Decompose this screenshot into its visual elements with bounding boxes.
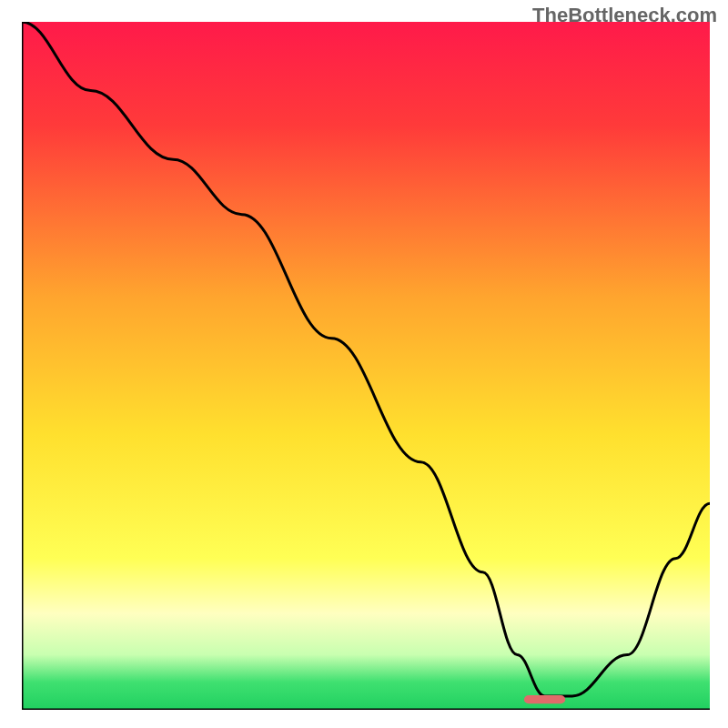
chart-svg bbox=[22, 22, 710, 710]
plot-area bbox=[22, 22, 710, 710]
watermark-text: TheBottleneck.com bbox=[532, 4, 717, 27]
gradient-background bbox=[22, 22, 710, 710]
optimal-marker bbox=[524, 695, 565, 703]
